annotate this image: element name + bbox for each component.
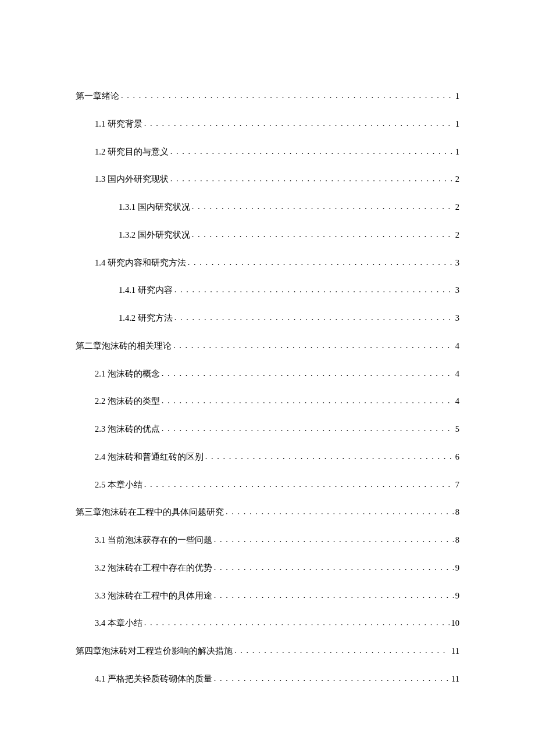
toc-label: 1.4.1 研究内容: [119, 284, 173, 297]
toc-entry: 2.4 泡沫砖和普通红砖的区别6: [76, 451, 459, 464]
toc-entry: 1.3.2 国外研究状况2: [76, 229, 459, 242]
toc-entry: 2.5 本章小结7: [76, 479, 459, 492]
toc-leader-dots: [162, 422, 454, 435]
toc-label: 1.1 研究背景: [95, 118, 142, 131]
toc-label: 2.1 泡沫砖的概念: [95, 368, 160, 381]
toc-label: 2.4 泡沫砖和普通红砖的区别: [95, 451, 204, 464]
toc-page-number: 11: [451, 645, 459, 658]
toc-entry: 2.3 泡沫砖的优点5: [76, 423, 459, 436]
toc-page-number: 2: [455, 229, 459, 242]
toc-entry: 2.2 泡沫砖的类型4: [76, 395, 459, 408]
toc-page-number: 5: [455, 423, 459, 436]
toc-page-number: 4: [455, 395, 459, 408]
toc-entry: 第四章泡沫砖对工程造价影响的解决措施11: [76, 645, 459, 658]
toc-entry: 1.1 研究背景1: [76, 118, 459, 131]
toc-leader-dots: [226, 506, 454, 518]
toc-page-number: 1: [455, 118, 459, 131]
toc-entry: 1.4.2 研究方法3: [76, 312, 459, 325]
toc-entry: 3.2 泡沫砖在工程中存在的优势9: [76, 562, 459, 575]
toc-page-number: 4: [455, 368, 459, 381]
table-of-contents: 第一章绪论11.1 研究背景11.2 研究目的与意义11.3 国内外研究现状21…: [76, 90, 459, 686]
toc-page-number: 8: [455, 534, 459, 547]
toc-label: 3.4 本章小结: [95, 617, 142, 630]
toc-label: 第二章泡沫砖的相关理论: [76, 340, 172, 353]
toc-leader-dots: [192, 200, 454, 213]
toc-page-number: 2: [455, 173, 459, 186]
toc-leader-dots: [234, 644, 450, 657]
toc-leader-dots: [214, 533, 454, 546]
toc-label: 第四章泡沫砖对工程造价影响的解决措施: [76, 645, 233, 658]
toc-page-number: 9: [455, 590, 459, 603]
toc-entry: 2.1 泡沫砖的概念4: [76, 368, 459, 381]
toc-entry: 1.3.1 国内研究状况2: [76, 201, 459, 214]
toc-entry: 第三章泡沫砖在工程中的具体问题研究8: [76, 506, 459, 519]
toc-page-number: 8: [455, 506, 459, 519]
toc-label: 4.1 严格把关轻质砖砌体的质量: [95, 673, 212, 686]
toc-label: 3.2 泡沫砖在工程中存在的优势: [95, 562, 212, 575]
toc-page-number: 2: [455, 201, 459, 214]
toc-entry: 1.3 国内外研究现状2: [76, 173, 459, 186]
toc-entry: 3.1 当前泡沫获存在的一些问题8: [76, 534, 459, 547]
toc-leader-dots: [162, 395, 454, 407]
toc-label: 2.5 本章小结: [95, 479, 142, 492]
toc-page-number: 1: [455, 90, 459, 103]
toc-leader-dots: [144, 117, 454, 130]
toc-leader-dots: [205, 450, 454, 463]
toc-label: 1.3.1 国内研究状况: [119, 201, 190, 214]
toc-label: 第三章泡沫砖在工程中的具体问题研究: [76, 506, 224, 519]
toc-leader-dots: [170, 145, 454, 158]
toc-page-number: 11: [451, 673, 459, 686]
toc-leader-dots: [214, 589, 454, 602]
toc-leader-dots: [162, 367, 454, 380]
toc-page-number: 10: [451, 617, 460, 630]
toc-label: 1.3.2 国外研究状况: [119, 229, 190, 242]
toc-entry: 第二章泡沫砖的相关理论4: [76, 340, 459, 353]
toc-leader-dots: [174, 311, 454, 324]
toc-label: 3.3 泡沫砖在工程中的具体用途: [95, 590, 212, 603]
toc-page-number: 7: [455, 479, 459, 492]
toc-leader-dots: [188, 256, 454, 269]
toc-label: 1.4 研究内容和研究方法: [95, 257, 186, 270]
toc-leader-dots: [121, 89, 454, 102]
toc-page-number: 6: [455, 451, 459, 464]
toc-label: 2.2 泡沫砖的类型: [95, 395, 160, 408]
toc-page-number: 3: [455, 312, 459, 325]
toc-page-number: 3: [455, 284, 459, 297]
toc-entry: 4.1 严格把关轻质砖砌体的质量11: [76, 673, 459, 686]
toc-leader-dots: [144, 617, 450, 629]
toc-leader-dots: [144, 478, 454, 491]
toc-label: 1.2 研究目的与意义: [95, 146, 169, 159]
toc-entry: 1.2 研究目的与意义1: [76, 146, 459, 159]
toc-leader-dots: [173, 339, 454, 352]
toc-page-number: 3: [455, 257, 459, 270]
toc-entry: 1.4.1 研究内容3: [76, 284, 459, 297]
toc-leader-dots: [170, 173, 454, 185]
toc-label: 第一章绪论: [76, 90, 119, 103]
toc-page-number: 1: [455, 146, 459, 159]
toc-leader-dots: [192, 228, 454, 241]
toc-leader-dots: [214, 561, 454, 574]
toc-label: 3.1 当前泡沫获存在的一些问题: [95, 534, 212, 547]
toc-entry: 1.4 研究内容和研究方法3: [76, 257, 459, 270]
toc-entry: 第一章绪论1: [76, 90, 459, 103]
toc-label: 1.3 国内外研究现状: [95, 173, 169, 186]
toc-leader-dots: [174, 284, 454, 296]
toc-page-number: 4: [455, 340, 459, 353]
toc-entry: 3.4 本章小结10: [76, 617, 459, 630]
toc-label: 1.4.2 研究方法: [119, 312, 173, 325]
toc-entry: 3.3 泡沫砖在工程中的具体用途9: [76, 590, 459, 603]
toc-page-number: 9: [455, 562, 459, 575]
toc-label: 2.3 泡沫砖的优点: [95, 423, 160, 436]
toc-leader-dots: [214, 672, 450, 685]
